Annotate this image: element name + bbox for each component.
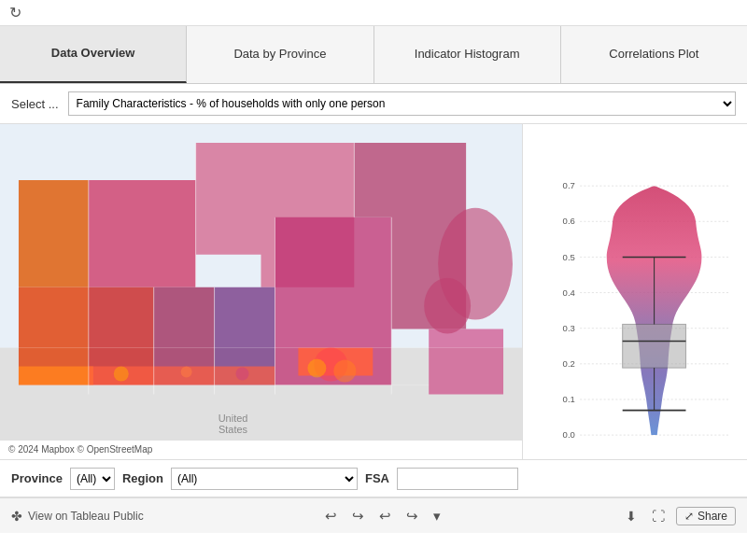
svg-rect-15	[19, 367, 93, 385]
bottom-toolbar: ✤ View on Tableau Public ↩ ↪ ↩ ↪ ▾ ⬇ ⛶ ⤢…	[0, 497, 747, 533]
svg-text:States: States	[218, 424, 248, 435]
svg-text:0.2: 0.2	[563, 358, 575, 369]
view-on-tableau-label: View on Tableau Public	[28, 510, 144, 523]
chart-container: 0.0 0.1 0.2 0.3 0.4 0.5 0.6 0.7	[523, 124, 747, 459]
share-button[interactable]: ⤢ Share	[676, 507, 736, 525]
svg-text:0.6: 0.6	[563, 216, 575, 226]
dropdown-button[interactable]: ▾	[430, 506, 444, 526]
svg-point-30	[307, 359, 326, 378]
top-bar: ↻	[0, 0, 747, 26]
svg-text:0.4: 0.4	[563, 287, 576, 298]
tableau-icon: ✤	[11, 509, 22, 524]
region-select[interactable]: (All)	[171, 468, 358, 490]
undo-button[interactable]: ↩	[321, 506, 341, 526]
redo-button[interactable]: ↪	[348, 506, 368, 526]
svg-text:0.1: 0.1	[563, 394, 575, 404]
svg-text:0.3: 0.3	[563, 323, 575, 333]
select-row: Select ... Family Characteristics - % of…	[0, 84, 747, 124]
svg-text:0.7: 0.7	[563, 180, 575, 190]
tabs-container: Data Overview Data by Province Indicator…	[0, 26, 747, 84]
svg-text:0.0: 0.0	[563, 429, 575, 440]
province-select[interactable]: (All)	[70, 468, 115, 490]
share-icon: ⤢	[684, 510, 694, 523]
indicator-select[interactable]: Family Characteristics - % of households…	[68, 91, 736, 116]
share-label: Share	[698, 510, 727, 523]
map-container[interactable]: United States © 2024 Mapbox © OpenStreet…	[0, 124, 523, 459]
svg-text:United: United	[218, 413, 248, 424]
svg-marker-3	[89, 180, 196, 287]
svg-rect-50	[623, 324, 686, 368]
download-button[interactable]: ⬇	[622, 507, 641, 525]
svg-point-29	[333, 360, 356, 383]
svg-point-32	[181, 367, 192, 378]
svg-point-13	[424, 278, 471, 334]
fsa-input[interactable]	[397, 468, 518, 490]
svg-point-33	[236, 368, 249, 381]
refresh-icon[interactable]: ↻	[9, 4, 21, 21]
svg-text:0.5: 0.5	[563, 252, 575, 262]
svg-marker-2	[19, 180, 89, 287]
tab-data-overview[interactable]: Data Overview	[0, 26, 187, 83]
undo2-button[interactable]: ↩	[375, 506, 395, 526]
main-content: United States © 2024 Mapbox © OpenStreet…	[0, 124, 747, 460]
fullscreen-button[interactable]: ⛶	[648, 507, 669, 525]
select-label: Select ...	[11, 97, 59, 111]
filter-bar: Province (All) Region (All) FSA	[0, 460, 747, 497]
region-filter-label: Region	[122, 471, 163, 485]
tab-indicator-histogram[interactable]: Indicator Histogram	[374, 26, 561, 83]
tab-data-by-province[interactable]: Data by Province	[187, 26, 374, 83]
svg-point-31	[114, 367, 129, 382]
toolbar-navigation: ↩ ↪ ↩ ↪ ▾	[321, 506, 444, 526]
toolbar-actions: ⬇ ⛶ ⤢ Share	[622, 507, 736, 525]
province-filter-label: Province	[11, 471, 63, 485]
view-on-tableau-link[interactable]: ✤ View on Tableau Public	[11, 509, 144, 524]
tab-correlations-plot[interactable]: Correlations Plot	[561, 26, 747, 83]
fsa-filter-label: FSA	[365, 471, 389, 485]
redo2-button[interactable]: ↪	[402, 506, 422, 526]
map-copyright: © 2024 Mapbox © OpenStreetMap	[6, 443, 155, 455]
svg-marker-11	[429, 329, 503, 395]
